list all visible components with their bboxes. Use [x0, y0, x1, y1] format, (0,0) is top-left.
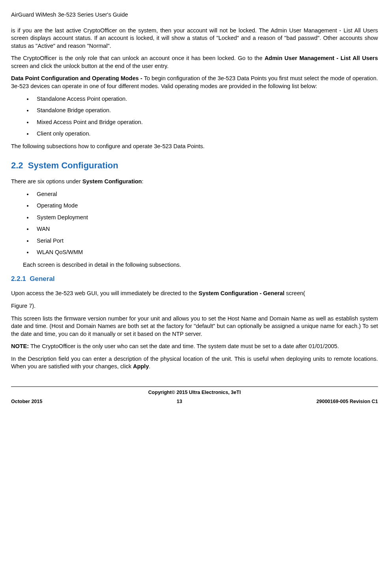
bold-text: NOTE: [11, 343, 29, 349]
list-item: WLAN QoS/WMM [33, 249, 378, 256]
list-item: Operating Mode [33, 202, 378, 210]
paragraph: Data Point Configuration and Operating M… [11, 75, 378, 90]
text: There are six options under [11, 178, 83, 185]
page-footer: Copyright© 2015 Ultra Electronics, 3eTI … [11, 386, 378, 405]
list-item: Standalone Bridge operation. [33, 107, 378, 115]
document-header: AirGuard WiMesh 3e-523 Series User's Gui… [11, 11, 378, 19]
paragraph: In the Description field you can enter a… [11, 355, 378, 371]
bullet-list: Standalone Access Point operation. Stand… [11, 95, 378, 138]
footer-date: October 2015 [11, 398, 42, 405]
bold-text: System Configuration - General [199, 290, 285, 296]
list-item: System Deployment [33, 214, 378, 222]
list-item: Mixed Access Point and Bridge operation. [33, 119, 378, 126]
text: : [142, 178, 143, 185]
bold-text: Data Point Configuration and Operating M… [11, 75, 144, 81]
paragraph: There are six options under System Confi… [11, 178, 378, 186]
text: The CryptoOfficer is the only role that … [11, 55, 265, 61]
text: In the Description field you can enter a… [11, 356, 378, 370]
text: . [149, 363, 150, 369]
list-item: Serial Port [33, 237, 378, 245]
text: Upon access the 3e-523 web GUI, you will… [11, 290, 199, 296]
list-item: Client only operation. [33, 130, 378, 138]
subsection-number: 2.2.1 [11, 275, 26, 283]
list-item: Standalone Access Point operation. [33, 95, 378, 103]
bullet-list: General Operating Mode System Deployment… [11, 190, 378, 256]
section-title: System Configuration [28, 160, 118, 170]
footer-page-number: 13 [177, 398, 182, 405]
paragraph: Figure 7). [11, 302, 378, 310]
subsection-title: General [30, 275, 54, 283]
footer-divider [11, 386, 378, 387]
footer-revision: 29000169-005 Revision C1 [316, 398, 378, 405]
section-number: 2.2 [11, 160, 23, 170]
text: screen and click the unlock button at th… [11, 63, 169, 69]
paragraph: The CryptoOfficer is the only role that … [11, 55, 378, 70]
bold-text: Admin User Management - List All Users [265, 55, 378, 61]
paragraph: NOTE: The CryptoOfficer is the only user… [11, 343, 378, 351]
paragraph: Each screen is described in detail in th… [23, 261, 378, 269]
paragraph: This screen lists the firmware version n… [11, 315, 378, 338]
text: screen( [284, 290, 305, 296]
paragraph: Upon access the 3e-523 web GUI, you will… [11, 290, 378, 298]
bold-text: Apply [133, 363, 149, 369]
text: The CryptoOfficer is the only user who c… [29, 343, 339, 349]
list-item: General [33, 190, 378, 198]
footer-copyright: Copyright© 2015 Ultra Electronics, 3eTI [11, 389, 378, 396]
section-heading: 2.2 System Configuration [11, 160, 378, 172]
subsection-heading: 2.2.1 General [11, 275, 378, 284]
list-item: WAN [33, 225, 378, 233]
bold-text: System Configuration [83, 178, 142, 185]
paragraph: The following subsections how to configu… [11, 143, 378, 151]
footer-row: October 2015 13 29000169-005 Revision C1 [11, 398, 378, 405]
paragraph: is if you are the last active CryptoOffi… [11, 27, 378, 50]
